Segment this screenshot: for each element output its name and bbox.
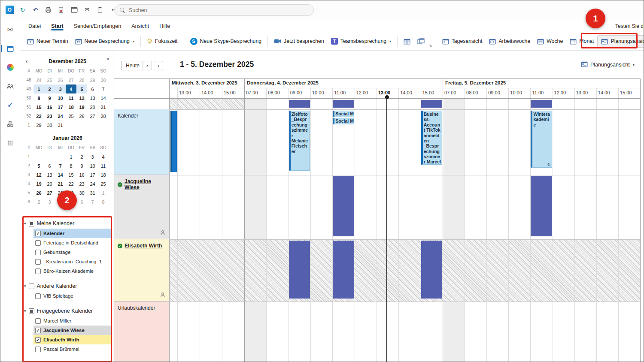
no-data-hatch bbox=[169, 239, 640, 302]
summary-busy-block[interactable] bbox=[289, 100, 310, 108]
time-label: 14:00 bbox=[598, 90, 617, 96]
time-label: 15:00 bbox=[224, 90, 243, 96]
person-peek-icon[interactable] bbox=[160, 230, 165, 236]
appointment-title: Business-Account TikTok anmelden _Bespre… bbox=[424, 112, 441, 165]
grid-line bbox=[574, 88, 575, 362]
annotation-box-calendar-list bbox=[22, 216, 112, 362]
non-working-hours-shading bbox=[244, 98, 266, 362]
appointment[interactable]: Social M bbox=[333, 111, 354, 117]
annotation-step-1: 1 bbox=[586, 9, 605, 28]
appointment-title: Social M bbox=[335, 111, 354, 116]
grid-line bbox=[553, 88, 553, 362]
time-label: 07:00 bbox=[444, 90, 464, 96]
calendar-row-name[interactable]: Elisabeth Wirth bbox=[125, 243, 162, 249]
time-label: 15:00 bbox=[422, 90, 442, 96]
time-label: 10:00 bbox=[510, 90, 529, 96]
grid-line bbox=[355, 88, 355, 362]
time-label: 08:00 bbox=[268, 90, 287, 96]
calendar-row-name: Urlaubskalender bbox=[118, 305, 155, 311]
annotation-box-planungsansicht bbox=[581, 33, 638, 48]
busy-block[interactable] bbox=[333, 241, 354, 299]
day-header-freitag-5-dezember-2025[interactable]: Freitag, 5. Dezember 2025 bbox=[445, 80, 638, 87]
appointment[interactable]: Social M bbox=[333, 118, 354, 124]
day-header-mittwoch-3-dezember-2025[interactable]: Mittwoch, 3. Dezember 2025 bbox=[172, 80, 243, 87]
day-boundary-line bbox=[244, 78, 245, 362]
grid-line bbox=[508, 88, 509, 362]
time-label: 14:00 bbox=[400, 90, 419, 96]
grid-line bbox=[114, 239, 640, 240]
day-header-donnerstag-4-dezember-2025[interactable]: Donnerstag, 4. Dezember 2025 bbox=[247, 80, 441, 87]
time-label: 12:00 bbox=[554, 90, 574, 96]
appointment-title: Zielfoto_Besprechungszimmer Melanie Flei… bbox=[292, 112, 308, 154]
time-label: 10:00 bbox=[312, 90, 331, 96]
row-label-elisabeth-wirth[interactable]: ✓Elisabeth Wirth bbox=[114, 239, 169, 302]
time-label: 13:00 bbox=[179, 90, 199, 96]
grid-line bbox=[377, 88, 377, 362]
day-boundary-line bbox=[443, 78, 443, 362]
time-label: 12:00 bbox=[356, 90, 376, 96]
person-peek-icon[interactable] bbox=[160, 292, 165, 299]
day-boundary-line bbox=[169, 78, 170, 362]
busy-block[interactable] bbox=[333, 176, 354, 236]
row-label-kalender[interactable]: Kalender bbox=[114, 109, 169, 175]
grid-line bbox=[596, 88, 597, 362]
current-time-line bbox=[386, 96, 387, 362]
annotation-step-2: 2 bbox=[57, 190, 77, 210]
grid-line bbox=[200, 88, 200, 362]
calendar-row-name[interactable]: Jacqueline Wiese bbox=[125, 178, 165, 190]
grid-line bbox=[114, 109, 640, 110]
busy-block[interactable] bbox=[289, 241, 310, 299]
appointment-partial[interactable] bbox=[170, 111, 177, 172]
time-label: 14:00 bbox=[201, 90, 221, 96]
busy-block[interactable] bbox=[421, 241, 442, 299]
appointment[interactable]: Zielfoto_Besprechungszimmer Melanie Flei… bbox=[289, 111, 310, 171]
time-label: 08:00 bbox=[466, 90, 486, 96]
busy-block[interactable] bbox=[531, 176, 552, 236]
time-label: 11:00 bbox=[334, 90, 353, 96]
presence-available-icon: ✓ bbox=[118, 182, 122, 187]
time-label: 15:00 bbox=[620, 90, 639, 96]
current-time-marker bbox=[385, 95, 389, 99]
time-label: 13:00 bbox=[576, 90, 595, 96]
no-data-hatch bbox=[169, 98, 244, 109]
time-label: 09:00 bbox=[290, 90, 310, 96]
day-boundary-line bbox=[640, 78, 641, 362]
grid-line bbox=[114, 78, 640, 79]
grid-line bbox=[465, 88, 465, 362]
presence-available-icon: ✓ bbox=[118, 244, 122, 248]
grid-line bbox=[114, 98, 640, 99]
appointment[interactable]: Business-Account TikTok anmelden _Bespre… bbox=[421, 111, 442, 165]
row-label-jacqueline-wiese[interactable]: ✓Jacqueline Wiese bbox=[114, 175, 169, 239]
summary-busy-block[interactable] bbox=[531, 100, 552, 108]
time-label: 09:00 bbox=[488, 90, 507, 96]
grid-line bbox=[398, 88, 399, 362]
grid-line bbox=[114, 175, 640, 175]
calendar-row-name: Kalender bbox=[118, 113, 138, 119]
appointment-title: Winterakademie bbox=[533, 112, 550, 127]
grid-line bbox=[222, 88, 222, 362]
time-label: 07:00 bbox=[246, 90, 265, 96]
summary-busy-block[interactable] bbox=[333, 100, 354, 108]
grid-line bbox=[177, 88, 178, 362]
grid-line bbox=[266, 88, 267, 362]
recurrence-icon: ↻ bbox=[547, 162, 550, 167]
row-label-urlaubskalender[interactable]: Urlaubskalender bbox=[114, 302, 169, 362]
time-label: 11:00 bbox=[532, 90, 551, 96]
grid-line bbox=[486, 88, 487, 362]
appointment-title: Social M bbox=[335, 118, 354, 124]
appointment[interactable]: Winterakademie↻ bbox=[531, 111, 552, 168]
grid-line bbox=[114, 302, 640, 302]
grid-line bbox=[618, 88, 619, 362]
grid-line bbox=[310, 88, 311, 362]
non-working-hours-shading bbox=[443, 98, 465, 362]
summary-busy-block[interactable] bbox=[421, 100, 442, 108]
grid-line bbox=[169, 88, 640, 88]
